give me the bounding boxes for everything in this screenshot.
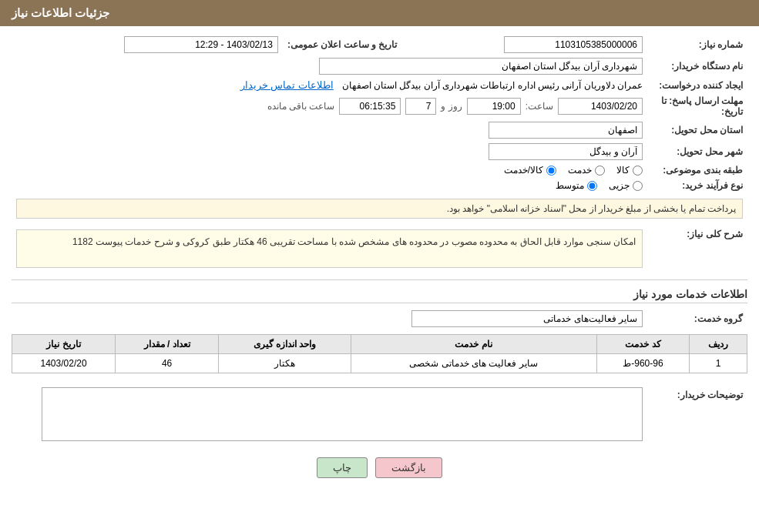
- radio-motavassit-text: متوسط: [556, 180, 584, 191]
- radio-motavassit[interactable]: [587, 181, 597, 191]
- col-code: کد خدمت: [596, 335, 690, 354]
- mohlat-saat-input[interactable]: [339, 98, 401, 115]
- shomara-niaz-label: شماره نیاز:: [647, 34, 747, 55]
- nooe-farayand-cell: جزیی متوسط: [12, 178, 647, 193]
- tabaghebandi-label: طبقه بندی موضوعی:: [647, 162, 747, 178]
- radio-kala-khedmat[interactable]: [546, 166, 556, 176]
- radio-kala-label[interactable]: کالا: [616, 165, 643, 176]
- ijad-konande-cell: عمران دلاوریان آرانی رئیس اداره ارتباطات…: [12, 77, 647, 93]
- shahr-label: شهر محل تحویل:: [647, 141, 747, 162]
- ijad-konande-label: ایجاد کننده درخواست:: [647, 77, 747, 93]
- sharh-box: امکان سنجی موارد قابل الحاق به محدوده مص…: [16, 229, 643, 268]
- notice-text: پرداخت تمام یا بخشی از مبلغ خریدار از مح…: [447, 203, 736, 214]
- sharh-label: شرح کلی نیاز:: [647, 224, 747, 273]
- radio-jozvi-label[interactable]: جزیی: [609, 180, 643, 191]
- radio-khedmat-text: خدمت: [568, 165, 592, 176]
- info-table: شماره نیاز: تاریخ و ساعت اعلان عمومی: نا…: [12, 34, 747, 273]
- ijad-konande-text: عمران دلاوریان آرانی رئیس اداره ارتباطات…: [342, 80, 643, 91]
- col-row: ردیف: [690, 335, 747, 354]
- mohlat-rooz-input[interactable]: [405, 98, 436, 115]
- radio-khedmat-label[interactable]: خدمت: [568, 165, 605, 176]
- mohlat-cell: ساعت: روز و ساعت باقی مانده: [12, 93, 647, 119]
- page-title: جزئیات اطلاعات نیاز: [12, 6, 109, 19]
- cell-row: 1: [690, 354, 747, 373]
- mohlat-saat-label: ساعت باقی مانده: [267, 101, 335, 112]
- tarikh-elan-input[interactable]: [124, 36, 278, 53]
- shahr-cell: [12, 141, 647, 162]
- group-table: گروه خدمت:: [12, 308, 747, 330]
- group-khedmat-input[interactable]: [411, 310, 643, 327]
- ostan-cell: [12, 119, 647, 141]
- radio-kala-text: کالا: [616, 165, 630, 176]
- nam-dastgah-input[interactable]: [319, 58, 643, 75]
- col-amount: تعداد / مقدار: [116, 335, 219, 354]
- cell-date: 1403/02/20: [12, 354, 116, 373]
- tozihat-label: توضیحات خریدار:: [647, 385, 747, 446]
- group-khedmat-cell: [12, 308, 647, 330]
- mohlat-rooz-label: روز و: [441, 101, 462, 112]
- notice-cell: پرداخت تمام یا بخشی از مبلغ خریدار از مح…: [12, 193, 747, 224]
- radio-kala-khedmat-text: کالا/خدمت: [504, 165, 543, 176]
- ijad-konande-link[interactable]: اطلاعات تماس خریدار: [240, 79, 334, 91]
- tarikh-elan-cell: [12, 34, 283, 55]
- col-unit: واحد اندازه گیری: [219, 335, 351, 354]
- nam-dastgah-cell: [12, 55, 647, 77]
- tozihat-cell: [12, 385, 647, 446]
- notice-box: پرداخت تمام یا بخشی از مبلغ خریدار از مح…: [16, 199, 743, 219]
- col-name: نام خدمت: [351, 335, 596, 354]
- cell-name: سایر فعالیت های خدماتی شخصی: [351, 354, 596, 373]
- back-button[interactable]: بازگشت: [375, 457, 442, 478]
- services-section-title: اطلاعات خدمات مورد نیاز: [12, 288, 747, 303]
- radio-kala[interactable]: [633, 166, 643, 176]
- mohlat-time-label: ساعت:: [526, 101, 553, 112]
- col-date: تاریخ نیاز: [12, 335, 116, 354]
- group-khedmat-label: گروه خدمت:: [647, 308, 747, 330]
- shomara-niaz-input[interactable]: [504, 36, 643, 53]
- button-row: بازگشت چاپ: [12, 457, 747, 478]
- shahr-input[interactable]: [489, 143, 643, 160]
- nam-dastgah-label: نام دستگاه خریدار:: [647, 55, 747, 77]
- tozihat-textarea[interactable]: [42, 387, 643, 441]
- print-button[interactable]: چاپ: [317, 457, 368, 478]
- mohlat-label: مهلت ارسال پاسخ: تا تاریخ:: [647, 93, 747, 119]
- radio-khedmat[interactable]: [595, 166, 605, 176]
- tabaghebandi-cell: کالا خدمت کالا/خدمت: [12, 162, 647, 178]
- page-container: جزئیات اطلاعات نیاز شماره نیاز: تاریخ و …: [0, 0, 759, 532]
- tarikh-elan-label: تاریخ و ساعت اعلان عمومی:: [283, 34, 401, 55]
- radio-jozvi-text: جزیی: [609, 180, 630, 191]
- radio-jozvi[interactable]: [633, 181, 643, 191]
- cell-amount: 46: [116, 354, 219, 373]
- cell-unit: هکتار: [219, 354, 351, 373]
- sharh-text: امکان سنجی موارد قابل الحاق به محدوده مص…: [72, 236, 636, 247]
- services-table: ردیف کد خدمت نام خدمت واحد اندازه گیری ت…: [12, 334, 747, 373]
- ostan-label: استان محل تحویل:: [647, 119, 747, 141]
- mohlat-time-input[interactable]: [467, 98, 521, 115]
- radio-kala-khedmat-label[interactable]: کالا/خدمت: [504, 165, 556, 176]
- sharh-cell: امکان سنجی موارد قابل الحاق به محدوده مص…: [12, 224, 647, 273]
- table-row: 1960-96-طسایر فعالیت های خدماتی شخصیهکتا…: [12, 354, 747, 373]
- shomara-niaz-cell: [401, 34, 647, 55]
- main-content: شماره نیاز: تاریخ و ساعت اعلان عمومی: نا…: [0, 26, 759, 494]
- ostan-input[interactable]: [489, 122, 643, 139]
- page-header: جزئیات اطلاعات نیاز: [0, 0, 759, 26]
- mohlat-date-input[interactable]: [558, 98, 643, 115]
- cell-code: 960-96-ط: [596, 354, 690, 373]
- nooe-farayand-label: نوع فرآیند خرید:: [647, 178, 747, 193]
- radio-motavassit-label[interactable]: متوسط: [556, 180, 597, 191]
- tozihat-table: توضیحات خریدار:: [12, 385, 747, 446]
